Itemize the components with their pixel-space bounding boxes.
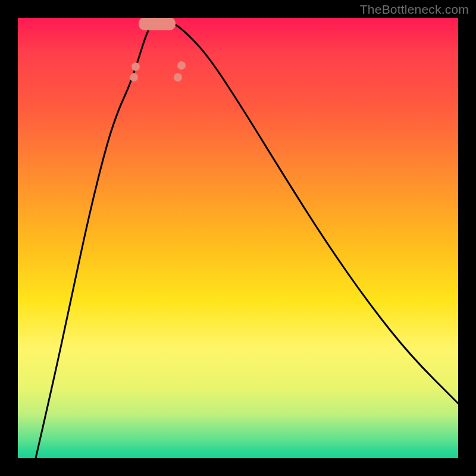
chart-frame: TheBottleneck.com xyxy=(0,0,476,476)
curve-dot xyxy=(130,73,138,82)
plot-area xyxy=(18,18,458,458)
curve-dot xyxy=(174,73,182,82)
bottleneck-curve xyxy=(36,20,458,458)
dot-group xyxy=(130,61,186,82)
watermark-text: TheBottleneck.com xyxy=(360,2,469,17)
curve-dot xyxy=(131,62,140,71)
curve-dot xyxy=(177,61,186,70)
curve-svg xyxy=(18,18,458,458)
bottom-marker-cluster xyxy=(139,18,176,30)
